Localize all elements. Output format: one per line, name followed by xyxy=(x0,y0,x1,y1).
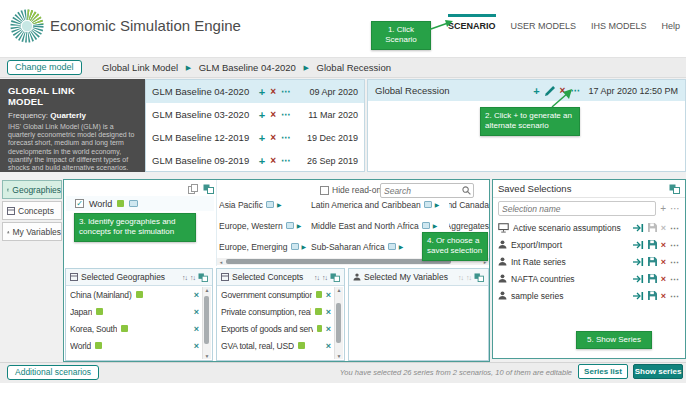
load-selection-icon[interactable] xyxy=(633,223,644,233)
saved-selection-row[interactable]: NAFTA countries × ⋯ xyxy=(493,270,685,287)
scrollbar-thumb[interactable] xyxy=(226,259,451,264)
remove-icon[interactable]: × xyxy=(326,324,331,334)
add-scenario-icon[interactable]: + xyxy=(259,132,265,144)
saved-selection-row[interactable]: Int Rate series × ⋯ xyxy=(493,253,685,270)
delete-icon[interactable]: × xyxy=(270,155,276,166)
baseline-row[interactable]: GLM Baseline 09-2019 + × ⋯ 26 Sep 2019 xyxy=(146,149,364,172)
more-options-icon[interactable]: ⋯ xyxy=(670,274,680,284)
load-selection-icon[interactable] xyxy=(633,291,644,301)
delete-icon[interactable]: × xyxy=(270,86,276,97)
scroll-up-icon[interactable]: ▲ xyxy=(335,287,343,293)
show-series-button[interactable]: Show series xyxy=(633,364,683,379)
more-options-icon[interactable]: ⋯ xyxy=(281,86,292,97)
nav-help[interactable]: Help xyxy=(662,21,681,31)
region-item[interactable]: Latin America and Caribbean ▶ xyxy=(311,200,449,210)
scrollbar-thumb[interactable] xyxy=(204,296,209,344)
delete-icon[interactable]: × xyxy=(270,109,276,120)
delete-icon[interactable]: × xyxy=(661,223,666,233)
remove-icon[interactable]: × xyxy=(326,290,331,300)
more-options-icon[interactable]: ⋯ xyxy=(281,132,292,143)
remove-icon[interactable]: × xyxy=(194,341,199,351)
add-scenario-icon[interactable]: + xyxy=(533,85,539,97)
more-options-icon[interactable]: ⋯ xyxy=(281,155,292,166)
copy-selection-icon[interactable] xyxy=(188,184,198,194)
baseline-row[interactable]: GLM Baseline 03-2020 + × ⋯ 11 Mar 2020 xyxy=(146,103,364,126)
tab-concepts[interactable]: Concepts xyxy=(2,201,62,220)
tab-my-variables[interactable]: My Variables xyxy=(2,222,62,241)
region-item[interactable]: Middle East and North Africa ▶ xyxy=(311,221,449,231)
vertical-scrollbar[interactable]: ▲ ▼ xyxy=(202,287,211,359)
save-icon[interactable] xyxy=(648,257,657,266)
breadcrumb-baseline[interactable]: GLM Baseline 04-2020 xyxy=(199,62,296,73)
remove-icon[interactable]: × xyxy=(326,341,331,351)
vertical-scrollbar[interactable]: ▲ ▼ xyxy=(334,287,343,359)
apply-selection-icon[interactable] xyxy=(198,273,208,282)
series-list-button[interactable]: Series list xyxy=(578,364,628,379)
nav-ihs-models[interactable]: IHS MODELS xyxy=(591,21,647,31)
scroll-up-icon[interactable]: ▲ xyxy=(203,287,211,293)
scroll-down-icon[interactable]: ▼ xyxy=(335,353,343,359)
world-tree-item[interactable]: ✓ World xyxy=(66,196,214,211)
saved-selection-row[interactable]: sample series × ⋯ xyxy=(493,287,685,304)
sort-icon[interactable]: ↑↓ xyxy=(314,274,319,281)
sort-icon[interactable]: ↑↓ xyxy=(466,274,471,281)
world-checkbox[interactable]: ✓ xyxy=(75,199,84,208)
scenario-title[interactable]: Global Recession xyxy=(375,85,533,96)
saved-selection-label[interactable]: Int Rate series xyxy=(511,257,629,267)
region-item[interactable]: Europe, Emerging ▶ xyxy=(219,242,311,252)
apply-selection-icon[interactable] xyxy=(669,184,680,194)
region-item[interactable]: Europe, Western ▶ xyxy=(219,221,311,231)
delete-icon[interactable]: × xyxy=(661,240,666,250)
delete-icon[interactable]: × xyxy=(661,274,666,284)
additional-scenarios-button[interactable]: Additional scenarios xyxy=(7,365,99,380)
apply-selection-icon[interactable] xyxy=(330,273,340,282)
change-model-button[interactable]: Change model xyxy=(7,60,82,75)
tab-geographies[interactable]: Geographies xyxy=(2,180,62,199)
saved-selection-label[interactable]: sample series xyxy=(511,291,629,301)
scrollbar-thumb[interactable] xyxy=(336,303,341,343)
expand-caret-icon[interactable]: ▶ xyxy=(302,243,307,250)
baseline-name[interactable]: GLM Baseline 09-2019 xyxy=(152,155,259,166)
baseline-name[interactable]: GLM Baseline 12-2019 xyxy=(152,132,259,143)
baseline-name[interactable]: GLM Baseline 04-2020 xyxy=(152,86,259,97)
expand-caret-icon[interactable]: ▶ xyxy=(297,222,302,229)
scroll-left-icon[interactable]: ◂ xyxy=(217,259,225,265)
save-icon[interactable] xyxy=(648,223,657,232)
selection-name-input[interactable] xyxy=(498,201,656,216)
expand-caret-icon[interactable]: ▶ xyxy=(433,222,438,229)
load-selection-icon[interactable] xyxy=(633,257,644,267)
more-options-icon[interactable]: ⋯ xyxy=(281,109,292,120)
save-icon[interactable] xyxy=(648,240,657,249)
nav-user-models[interactable]: USER MODELS xyxy=(511,21,577,31)
more-options-icon[interactable]: ⋯ xyxy=(670,203,680,214)
expand-caret-icon[interactable]: ▶ xyxy=(399,243,404,250)
breadcrumb-scenario[interactable]: Global Recession xyxy=(317,62,391,73)
add-scenario-icon[interactable]: + xyxy=(259,109,265,121)
more-options-icon[interactable]: ⋯ xyxy=(670,291,680,301)
saved-selection-row[interactable]: Active scenario assumptions × ⋯ xyxy=(493,219,685,236)
remove-icon[interactable]: × xyxy=(326,307,331,317)
baseline-row[interactable]: GLM Baseline 12-2019 + × ⋯ 19 Dec 2019 xyxy=(146,126,364,149)
more-options-icon[interactable]: ⋯ xyxy=(670,257,680,267)
sort-icon[interactable]: ↑↓ xyxy=(182,274,187,281)
scroll-down-icon[interactable]: ▼ xyxy=(203,353,211,359)
add-selection-icon[interactable]: + xyxy=(660,203,666,214)
saved-selection-label[interactable]: Export/Import xyxy=(511,240,629,250)
apply-selection-icon[interactable] xyxy=(474,273,484,282)
sort-icon[interactable]: ↑↓ xyxy=(190,274,195,281)
breadcrumb-model[interactable]: Global Link Model xyxy=(102,62,178,73)
load-selection-icon[interactable] xyxy=(633,240,644,250)
saved-selection-label[interactable]: Active scenario assumptions xyxy=(513,223,629,233)
saved-selection-row[interactable]: Export/Import × ⋯ xyxy=(493,236,685,253)
expand-caret-icon[interactable]: ▶ xyxy=(277,201,282,208)
delete-icon[interactable]: × xyxy=(661,291,666,301)
delete-icon[interactable]: × xyxy=(270,132,276,143)
save-icon[interactable] xyxy=(648,291,657,300)
load-selection-icon[interactable] xyxy=(633,274,644,284)
apply-selection-icon[interactable] xyxy=(203,184,214,194)
baseline-row[interactable]: GLM Baseline 04-2020 + × ⋯ 09 Apr 2020 xyxy=(146,80,364,103)
remove-icon[interactable]: × xyxy=(194,324,199,334)
more-options-icon[interactable]: ⋯ xyxy=(670,240,680,250)
sort-icon[interactable]: ↑↓ xyxy=(458,274,463,281)
remove-icon[interactable]: × xyxy=(194,290,199,300)
